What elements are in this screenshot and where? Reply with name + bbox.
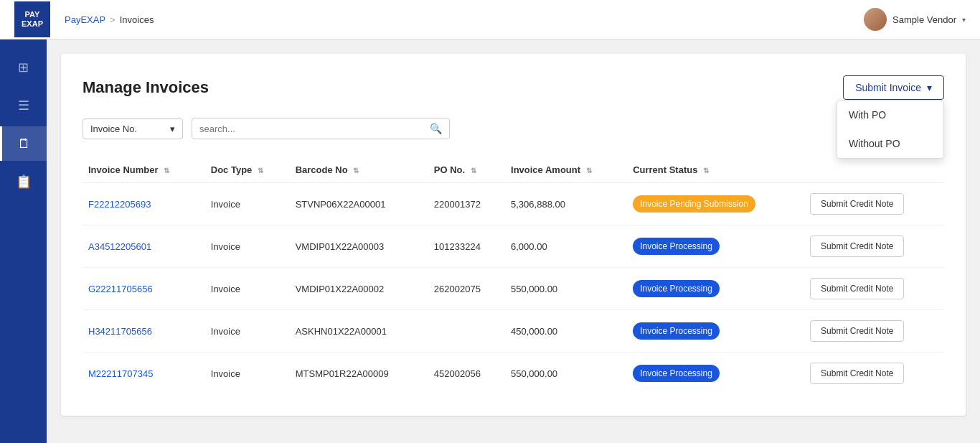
cell-action-2: Submit Credit Note bbox=[804, 268, 944, 310]
invoices-table: Invoice Number ⇅ Doc Type ⇅ Barcode No ⇅ bbox=[83, 157, 944, 394]
table-row: F22212205693 Invoice STVNP06X22A00001 22… bbox=[83, 183, 944, 225]
cell-status-3: Invoice Processing bbox=[627, 310, 804, 353]
filter-select[interactable]: Invoice No. ▾ bbox=[83, 118, 183, 139]
sidebar-item-dashboard[interactable]: ⊞ bbox=[0, 50, 47, 85]
payexap-logo: PAYEXAP bbox=[14, 1, 50, 37]
col-invoice-amount: Invoice Amount ⇅ bbox=[505, 157, 627, 183]
cell-invoice-number-0: F22212205693 bbox=[83, 183, 205, 225]
cell-amount-2: 550,000.00 bbox=[505, 268, 627, 310]
sort-po-icon[interactable]: ⇅ bbox=[471, 167, 476, 174]
filter-select-label: Invoice No. bbox=[90, 123, 166, 134]
col-current-status: Current Status ⇅ bbox=[627, 157, 804, 183]
cell-status-2: Invoice Processing bbox=[627, 268, 804, 310]
user-name: Sample Vendor bbox=[892, 14, 956, 25]
cell-doc-type-3: Invoice bbox=[205, 310, 290, 353]
cell-po-no-4: 452002056 bbox=[428, 353, 505, 395]
app-layout: ⊞ ☰ 🗒 📋 Manage Invoices Submit Invoice ▾ bbox=[0, 39, 980, 443]
dashboard-icon: ⊞ bbox=[18, 60, 29, 75]
col-invoice-number: Invoice Number ⇅ bbox=[83, 157, 205, 183]
reports-icon: 📋 bbox=[16, 174, 32, 190]
user-dropdown-arrow: ▾ bbox=[962, 16, 966, 24]
cell-po-no-0: 220001372 bbox=[428, 183, 505, 225]
sort-amount-icon[interactable]: ⇅ bbox=[586, 167, 592, 174]
with-po-option[interactable]: With PO bbox=[837, 101, 943, 129]
submit-credit-note-button-0[interactable]: Submit Credit Note bbox=[810, 193, 904, 215]
cell-status-4: Invoice Processing bbox=[627, 353, 804, 395]
logo-text: PAYEXAP bbox=[22, 10, 43, 29]
invoice-link-2[interactable]: G22211705656 bbox=[88, 284, 153, 294]
table-row: G22211705656 Invoice VMDIP01X22A00002 26… bbox=[83, 268, 944, 310]
cell-barcode-4: MTSMP01R22A00009 bbox=[290, 353, 428, 395]
invoice-link-1[interactable]: A34512205601 bbox=[88, 241, 151, 252]
submit-credit-note-button-3[interactable]: Submit Credit Note bbox=[810, 320, 904, 342]
sidebar: ⊞ ☰ 🗒 📋 bbox=[0, 39, 47, 443]
submit-invoice-dropdown: With PO Without PO bbox=[837, 100, 944, 159]
cell-action-1: Submit Credit Note bbox=[804, 225, 944, 268]
filter-select-arrow: ▾ bbox=[170, 123, 175, 134]
table-row: H34211705656 Invoice ASKHN01X22A00001 45… bbox=[83, 310, 944, 353]
search-input[interactable] bbox=[199, 123, 425, 134]
status-badge-1: Invoice Processing bbox=[633, 238, 720, 255]
status-badge-0: Invoice Pending Submission bbox=[633, 195, 755, 213]
breadcrumb-root[interactable]: PayEXAP bbox=[65, 14, 105, 25]
sidebar-item-list1[interactable]: ☰ bbox=[0, 88, 47, 123]
submit-credit-note-button-1[interactable]: Submit Credit Note bbox=[810, 236, 904, 257]
cell-doc-type-2: Invoice bbox=[205, 268, 290, 310]
cell-invoice-number-2: G22211705656 bbox=[83, 268, 205, 310]
cell-barcode-0: STVNP06X22A00001 bbox=[290, 183, 428, 225]
cell-invoice-number-3: H34211705656 bbox=[83, 310, 205, 353]
user-avatar bbox=[864, 8, 887, 31]
col-barcode-no: Barcode No ⇅ bbox=[290, 157, 428, 183]
table-header: Invoice Number ⇅ Doc Type ⇅ Barcode No ⇅ bbox=[83, 157, 944, 183]
top-navigation: PAYEXAP PayEXAP > Invoices Sample Vendor… bbox=[0, 0, 980, 39]
breadcrumb-separator: > bbox=[110, 14, 116, 25]
list1-icon: ☰ bbox=[18, 98, 29, 113]
sidebar-item-reports[interactable]: 📋 bbox=[0, 164, 47, 199]
filter-row: Invoice No. ▾ 🔍 bbox=[83, 118, 944, 139]
table-row: A34512205601 Invoice VMDIP01X22A00003 10… bbox=[83, 225, 944, 268]
cell-doc-type-4: Invoice bbox=[205, 353, 290, 395]
cell-action-3: Submit Credit Note bbox=[804, 310, 944, 353]
without-po-option[interactable]: Without PO bbox=[837, 129, 943, 158]
breadcrumb-current: Invoices bbox=[120, 14, 154, 25]
cell-invoice-number-1: A34512205601 bbox=[83, 225, 205, 268]
submit-credit-note-button-4[interactable]: Submit Credit Note bbox=[810, 363, 904, 384]
sort-doc-type-icon[interactable]: ⇅ bbox=[258, 167, 263, 174]
cell-barcode-1: VMDIP01X22A00003 bbox=[290, 225, 428, 268]
submit-credit-note-button-2[interactable]: Submit Credit Note bbox=[810, 278, 904, 299]
invoice-link-4[interactable]: M22211707345 bbox=[88, 368, 153, 379]
sort-status-icon[interactable]: ⇅ bbox=[703, 167, 709, 174]
logo-area: PAYEXAP PayEXAP > Invoices bbox=[14, 1, 154, 37]
submit-invoice-wrapper: Submit Invoice ▾ With PO Without PO bbox=[843, 75, 944, 100]
col-po-no: PO No. ⇅ bbox=[428, 157, 505, 183]
cell-doc-type-0: Invoice bbox=[205, 183, 290, 225]
cell-barcode-3: ASKHN01X22A00001 bbox=[290, 310, 428, 353]
cell-invoice-number-4: M22211707345 bbox=[83, 353, 205, 395]
sidebar-item-invoices[interactable]: 🗒 bbox=[0, 126, 47, 161]
cell-status-1: Invoice Processing bbox=[627, 225, 804, 268]
sort-barcode-icon[interactable]: ⇅ bbox=[353, 167, 359, 174]
col-action bbox=[804, 157, 944, 183]
cell-status-0: Invoice Pending Submission bbox=[627, 183, 804, 225]
cell-barcode-2: VMDIP01X22A00002 bbox=[290, 268, 428, 310]
card-header: Manage Invoices Submit Invoice ▾ With PO… bbox=[83, 75, 944, 100]
invoice-link-0[interactable]: F22212205693 bbox=[88, 199, 151, 210]
cell-amount-4: 550,000.00 bbox=[505, 353, 627, 395]
cell-amount-3: 450,000.00 bbox=[505, 310, 627, 353]
user-menu[interactable]: Sample Vendor ▾ bbox=[864, 8, 966, 31]
cell-po-no-3 bbox=[428, 310, 505, 353]
table-row: M22211707345 Invoice MTSMP01R22A00009 45… bbox=[83, 353, 944, 395]
cell-po-no-2: 262002075 bbox=[428, 268, 505, 310]
invoice-link-3[interactable]: H34211705656 bbox=[88, 326, 152, 337]
status-badge-3: Invoice Processing bbox=[633, 322, 720, 340]
main-content: Manage Invoices Submit Invoice ▾ With PO… bbox=[47, 39, 980, 443]
page-title: Manage Invoices bbox=[83, 78, 209, 97]
breadcrumb: PayEXAP > Invoices bbox=[65, 14, 154, 25]
cell-amount-1: 6,000.00 bbox=[505, 225, 627, 268]
table-body: F22212205693 Invoice STVNP06X22A00001 22… bbox=[83, 183, 944, 395]
col-doc-type: Doc Type ⇅ bbox=[205, 157, 290, 183]
submit-invoice-button[interactable]: Submit Invoice ▾ bbox=[843, 75, 944, 100]
sort-invoice-number-icon[interactable]: ⇅ bbox=[164, 167, 169, 174]
cell-doc-type-1: Invoice bbox=[205, 225, 290, 268]
submit-invoice-label: Submit Invoice bbox=[855, 82, 921, 93]
